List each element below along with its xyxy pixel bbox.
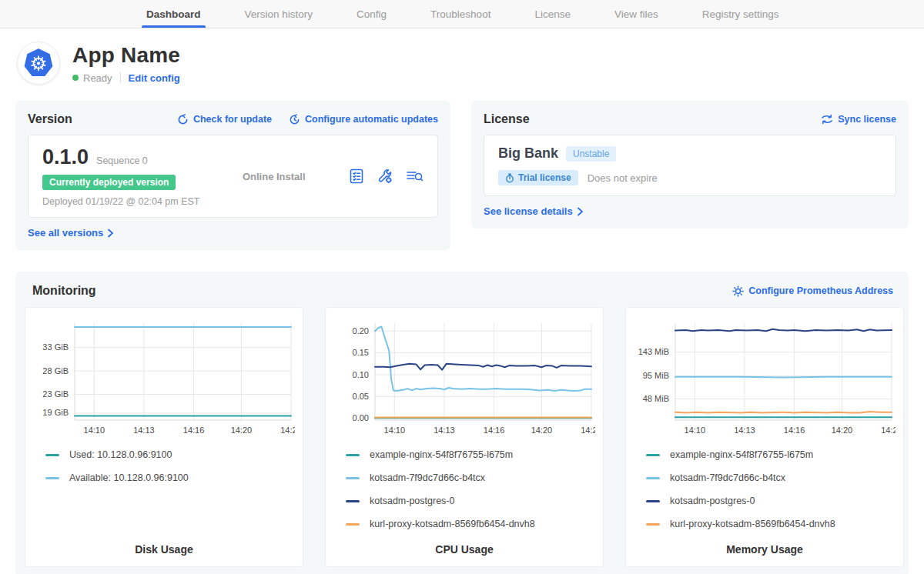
tab-troubleshoot[interactable]: Troubleshoot xyxy=(430,0,490,28)
kubernetes-logo-icon xyxy=(24,48,53,78)
disk-usage-title: Disk Usage xyxy=(33,529,295,556)
svg-text:143 MiB: 143 MiB xyxy=(638,347,669,356)
legend-label: example-nginx-54f8f76755-l675m xyxy=(670,449,813,460)
see-all-versions-link[interactable]: See all versions xyxy=(28,227,438,239)
tab-config[interactable]: Config xyxy=(357,0,387,28)
edit-config-wrench-icon[interactable] xyxy=(377,168,393,185)
legend-label: kotsadm-7f9dc7d66c-b4tcx xyxy=(370,472,485,483)
refresh-icon xyxy=(177,114,189,125)
legend-item: kotsadm-postgres-0 xyxy=(346,496,595,506)
svg-text:14:10: 14:10 xyxy=(84,425,105,435)
svg-text:0.05: 0.05 xyxy=(353,392,369,401)
cpu-usage-legend: example-nginx-54f8f76755-l675mkotsadm-7f… xyxy=(333,449,595,529)
license-expiry: Does not expire xyxy=(588,172,658,184)
legend-color-dash xyxy=(346,477,360,479)
view-logs-icon[interactable] xyxy=(405,168,424,185)
tab-license[interactable]: License xyxy=(534,0,571,28)
cpu-usage-card: 0.000.050.100.150.2014:1014:1314:1614:20… xyxy=(325,307,604,567)
trial-license-label: Trial license xyxy=(518,172,571,183)
preflight-checks-icon[interactable] xyxy=(348,168,365,185)
see-license-details-label: See license details xyxy=(484,205,573,217)
license-card: License Sync license Big Bank Unstable xyxy=(471,101,909,229)
tab-dashboard[interactable]: Dashboard xyxy=(146,0,201,28)
deployed-timestamp: Deployed 01/19/22 @ 02:04 pm EST xyxy=(42,196,199,207)
legend-item: kotsadm-postgres-0 xyxy=(646,496,896,506)
tab-view-files[interactable]: View files xyxy=(614,0,658,28)
current-version-panel: 0.1.0 Sequence 0 Currently deployed vers… xyxy=(28,135,438,218)
cpu-usage-title: CPU Usage xyxy=(333,529,595,556)
legend-item: kurl-proxy-kotsadm-8569fb6454-dnvh8 xyxy=(346,519,595,529)
svg-text:14:13: 14:13 xyxy=(133,425,155,435)
svg-text:0.20: 0.20 xyxy=(353,326,369,335)
svg-text:14:20: 14:20 xyxy=(531,425,553,435)
version-card-title: Version xyxy=(28,112,72,126)
legend-item: example-nginx-54f8f76755-l675m xyxy=(646,449,896,460)
configure-prometheus-button[interactable]: Configure Prometheus Address xyxy=(732,285,893,297)
legend-label: Available: 10.128.0.96:9100 xyxy=(69,472,189,483)
deployed-version-badge: Currently deployed version xyxy=(42,175,176,190)
tab-registry-settings[interactable]: Registry settings xyxy=(702,0,779,28)
disk-usage-legend: Used: 10.128.0.96:9100Available: 10.128.… xyxy=(33,449,295,483)
memory-usage-title: Memory Usage xyxy=(634,529,896,556)
memory-usage-chart: 48 MiB95 MiB143 MiB14:1014:1314:1614:201… xyxy=(634,317,896,439)
legend-label: kurl-proxy-kotsadm-8569fb6454-dnvh8 xyxy=(670,519,835,529)
license-customer-name: Big Bank xyxy=(498,145,558,162)
legend-item: kurl-proxy-kotsadm-8569fb6454-dnvh8 xyxy=(646,519,896,529)
legend-item: kotsadm-7f9dc7d66c-b4tcx xyxy=(346,472,595,483)
legend-label: kotsadm-7f9dc7d66c-b4tcx xyxy=(670,472,785,483)
check-for-update-label: Check for update xyxy=(193,114,272,125)
svg-text:0.10: 0.10 xyxy=(353,370,369,379)
svg-text:14:10: 14:10 xyxy=(384,425,406,435)
svg-text:14:23: 14:23 xyxy=(581,425,595,435)
svg-text:14:16: 14:16 xyxy=(183,425,205,435)
svg-text:14:16: 14:16 xyxy=(484,425,505,435)
sync-license-button[interactable]: Sync license xyxy=(821,114,896,125)
legend-item: kotsadm-7f9dc7d66c-b4tcx xyxy=(646,472,896,483)
legend-label: example-nginx-54f8f76755-l675m xyxy=(370,449,513,460)
svg-text:14:23: 14:23 xyxy=(280,425,295,435)
license-panel: Big Bank Unstable Trial license Does not… xyxy=(484,135,896,196)
monitoring-title: Monitoring xyxy=(32,284,96,298)
top-cards-row: Version Check for update xyxy=(0,101,924,250)
legend-color-dash xyxy=(646,477,660,479)
page-title: App Name xyxy=(72,43,180,68)
legend-label: kotsadm-postgres-0 xyxy=(670,496,755,506)
legend-color-dash xyxy=(346,523,360,526)
app-header: App Name Ready Edit config xyxy=(0,28,924,85)
legend-label: Used: 10.128.0.96:9100 xyxy=(69,449,172,460)
svg-text:14:23: 14:23 xyxy=(881,425,896,435)
see-license-details-link[interactable]: See license details xyxy=(484,205,896,217)
legend-color-dash xyxy=(45,477,59,479)
svg-text:14:10: 14:10 xyxy=(685,425,706,435)
status-dot xyxy=(72,75,79,81)
edit-config-link[interactable]: Edit config xyxy=(129,72,180,84)
tab-version-history[interactable]: Version history xyxy=(245,0,313,28)
legend-item: Available: 10.128.0.96:9100 xyxy=(45,472,295,483)
legend-color-dash xyxy=(646,454,660,456)
legend-item: Used: 10.128.0.96:9100 xyxy=(45,449,295,460)
svg-text:0.15: 0.15 xyxy=(353,348,369,357)
legend-color-dash xyxy=(45,454,59,456)
legend-item: example-nginx-54f8f76755-l675m xyxy=(346,449,595,460)
divider xyxy=(120,72,121,83)
configure-prometheus-label: Configure Prometheus Address xyxy=(748,285,893,296)
disk-usage-card: 19 GiB23 GiB28 GiB33 GiB14:1014:1314:161… xyxy=(25,307,303,567)
status-text: Ready xyxy=(83,72,112,84)
svg-text:14:13: 14:13 xyxy=(434,425,455,435)
version-sequence: Sequence 0 xyxy=(96,155,148,166)
configure-automatic-updates-button[interactable]: Configure automatic updates xyxy=(289,114,438,125)
top-navigation: Dashboard Version history Config Trouble… xyxy=(0,0,924,28)
check-for-update-button[interactable]: Check for update xyxy=(177,114,272,125)
stopwatch-icon xyxy=(505,173,514,183)
legend-label: kurl-proxy-kotsadm-8569fb6454-dnvh8 xyxy=(370,519,535,529)
gear-icon xyxy=(732,285,744,297)
sync-license-label: Sync license xyxy=(838,114,896,125)
legend-color-dash xyxy=(346,454,360,456)
disk-usage-chart: 19 GiB23 GiB28 GiB33 GiB14:1014:1314:161… xyxy=(33,317,295,439)
monitoring-section: Monitoring Configure Prometheus Address … xyxy=(15,272,909,574)
sync-icon xyxy=(821,114,833,125)
install-type-label: Online Install xyxy=(199,171,348,182)
legend-color-dash xyxy=(346,500,360,502)
chevron-right-icon xyxy=(577,207,584,216)
version-card: Version Check for update xyxy=(15,101,450,250)
